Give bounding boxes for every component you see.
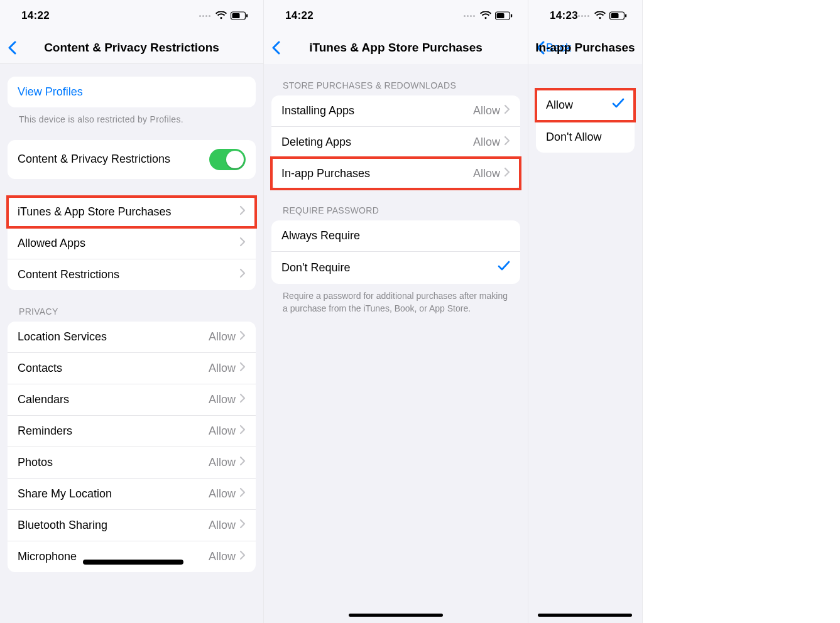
always-require-row[interactable]: Always Require [271,220,520,251]
bluetooth-sharing-row[interactable]: Bluetooth Sharing Allow [8,509,256,541]
home-indicator[interactable] [538,614,632,617]
svg-rect-8 [625,14,626,18]
statusbar: 14:22 [264,0,528,31]
require-section-footer: Require a password for additional purcha… [271,284,520,315]
content-privacy-toggle-row[interactable]: Content & Privacy Restrictions [8,140,256,179]
chevron-right-icon [239,487,246,501]
allow-row[interactable]: Allow [536,89,635,121]
toggle-section: Content & Privacy Restrictions [8,140,256,179]
svg-rect-2 [246,14,248,18]
checkmark-icon [498,261,510,275]
row-label: iTunes & App Store Purchases [18,205,239,219]
battery-icon [609,11,627,20]
row-value: Allow [209,487,236,501]
row-value: Allow [209,362,236,375]
phone-in-app-purchases: 14:23 Back In-app Purchases Allow [528,0,643,623]
row-value: Allow [209,425,236,438]
checkmark-icon [612,98,625,112]
page-title: Content & Privacy Restrictions [44,41,219,55]
svg-rect-7 [611,13,618,18]
cellular-dots-icon [464,15,475,17]
row-value: Allow [209,393,236,406]
content-privacy-toggle-label: Content & Privacy Restrictions [18,153,209,166]
chevron-right-icon [504,167,510,180]
dont-require-row[interactable]: Don't Require [271,251,520,284]
statusbar: 14:22 [0,0,263,31]
chevron-right-icon [239,425,246,438]
share-my-location-row[interactable]: Share My Location Allow [8,478,256,509]
view-profiles-button[interactable]: View Profiles [8,77,256,107]
dont-allow-row[interactable]: Don't Allow [536,121,635,153]
store-section: Installing Apps Allow Deleting Apps Allo… [271,95,520,189]
content-area: Allow Don't Allow [528,64,642,623]
chevron-right-icon [504,136,510,149]
row-value: Allow [473,104,500,117]
contacts-row[interactable]: Contacts Allow [8,352,256,384]
options-section: Allow Don't Allow [536,89,635,153]
chevron-right-icon [239,362,246,375]
row-value: Allow [209,519,236,532]
row-label: Reminders [18,425,209,438]
row-label: Location Services [18,330,209,344]
row-value: Allow [209,550,236,563]
row-label: Content Restrictions [18,268,239,281]
status-icons [199,11,248,20]
content-restrictions-row[interactable]: Content Restrictions [8,259,256,290]
row-label: Installing Apps [281,104,473,117]
wifi-icon [594,11,606,20]
svg-rect-1 [232,13,240,18]
row-label: Allowed Apps [18,237,239,250]
content-area: STORE PURCHASES & REDOWNLOADS Installing… [264,64,528,623]
cellular-dots-icon [578,15,589,17]
calendars-row[interactable]: Calendars Allow [8,384,256,415]
require-section-header: REQUIRE PASSWORD [271,189,520,220]
home-indicator[interactable] [349,614,443,617]
view-profiles-label: View Profiles [18,85,246,99]
itunes-appstore-purchases-row[interactable]: iTunes & App Store Purchases [8,197,256,227]
deleting-apps-row[interactable]: Deleting Apps Allow [271,126,520,158]
content-privacy-toggle[interactable] [209,149,246,170]
microphone-row[interactable]: Microphone Allow [8,541,256,572]
chevron-right-icon [239,268,246,281]
profiles-note: This device is also restricted by Profil… [8,107,256,126]
row-label: Bluetooth Sharing [18,519,209,532]
row-label: Calendars [18,393,209,406]
row-label: Always Require [281,229,510,242]
allowed-apps-row[interactable]: Allowed Apps [8,227,256,259]
row-label: Photos [18,456,209,469]
wifi-icon [480,11,491,20]
status-time: 14:22 [21,9,50,22]
nav-header: Back In-app Purchases [528,31,642,64]
svg-rect-4 [497,13,505,18]
back-button[interactable] [271,41,280,55]
phone-content-privacy: 14:22 Content & Privacy Restrictions Vie… [0,0,264,623]
content-area: View Profiles This device is also restri… [0,64,263,623]
chevron-right-icon [239,456,246,469]
cellular-dots-icon [199,15,210,17]
location-services-row[interactable]: Location Services Allow [8,322,256,352]
installing-apps-row[interactable]: Installing Apps Allow [271,95,520,126]
wifi-icon [215,11,227,20]
require-section: Always Require Don't Require [271,220,520,284]
chevron-right-icon [504,104,510,117]
redacted-bar [83,560,183,565]
status-icons [578,11,627,20]
nav-header: Content & Privacy Restrictions [0,31,263,64]
chevron-right-icon [239,550,246,563]
reminders-row[interactable]: Reminders Allow [8,415,256,447]
back-button[interactable] [8,41,16,55]
store-section-header: STORE PURCHASES & REDOWNLOADS [271,64,520,95]
row-value: Allow [209,456,236,469]
status-time: 14:23 [550,9,578,22]
photos-row[interactable]: Photos Allow [8,447,256,478]
privacy-section-header: PRIVACY [8,290,256,322]
in-app-purchases-row[interactable]: In-app Purchases Allow [271,158,520,189]
status-time: 14:22 [285,9,314,22]
battery-icon [495,11,513,20]
privacy-section: Location Services Allow Contacts Allow C… [8,322,256,572]
row-label: In-app Purchases [281,167,473,180]
svg-rect-5 [511,14,512,18]
row-label: Deleting Apps [281,136,473,149]
page-title: In-app Purchases [535,41,635,55]
chevron-right-icon [239,237,246,250]
